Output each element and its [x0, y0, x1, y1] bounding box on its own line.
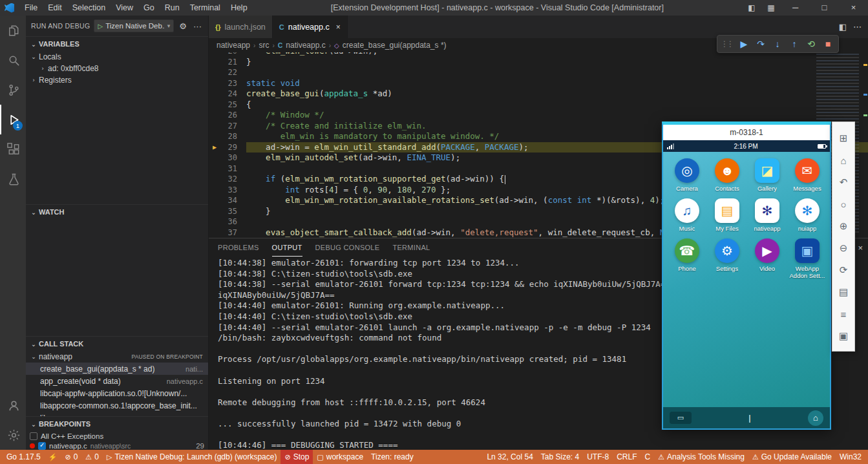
tab-nativeapp-c[interactable]: Cnativeapp.c× [273, 16, 348, 38]
activity-settings[interactable] [0, 420, 26, 450]
launch-settings-gear-icon[interactable]: ⚙ [178, 21, 188, 31]
status-problems[interactable]: ⊘0 [61, 450, 81, 464]
rotate-key-icon[interactable]: ⟳ [832, 259, 855, 281]
app-contacts[interactable]: ☻Contacts [707, 158, 747, 192]
shell-key-icon[interactable]: ▤ [832, 281, 855, 303]
status-go-update[interactable]: ⚠Go Update Available [748, 450, 836, 464]
activity-search[interactable] [0, 45, 26, 75]
activity-explorer[interactable] [0, 16, 26, 45]
panel-tab-problems[interactable]: PROBLEMS [218, 238, 259, 257]
back-key-icon[interactable]: ↶ [832, 171, 855, 193]
breakpoint-checkbox[interactable] [38, 442, 46, 450]
tab-close-icon[interactable]: × [336, 23, 341, 32]
call-stack-thread[interactable]: ⌄ nativeapp PAUSED ON BREAKPOINT [26, 351, 208, 363]
menu-edit[interactable]: Edit [43, 0, 67, 16]
gutter-36[interactable]: 36 [209, 216, 246, 227]
panel-tab-terminal[interactable]: TERMINAL [392, 238, 430, 257]
close-button[interactable]: × [839, 0, 868, 16]
breadcrumb-item[interactable]: nativeapp.c [286, 41, 325, 50]
gutter-27[interactable]: 27 [209, 121, 246, 132]
emulator-title[interactable]: m-0318-1 [663, 125, 830, 140]
step-over-button[interactable]: ↷ [753, 36, 768, 52]
app-camera[interactable]: ◎Camera [667, 158, 707, 192]
gutter-29[interactable]: ▶29 [209, 142, 246, 153]
watch-header[interactable]: ⌄ WATCH [26, 205, 208, 219]
app-my-files[interactable]: ▤My Files [707, 198, 747, 232]
menu-view[interactable]: View [111, 0, 138, 16]
code-line-21[interactable]: 21} [209, 57, 868, 68]
control-panel-key-icon[interactable]: ≡ [832, 303, 855, 325]
panel-tab-debug-console[interactable]: DEBUG CONSOLE [315, 238, 380, 257]
status-eol[interactable]: CRLF [613, 450, 640, 464]
gutter-31[interactable]: 31 [209, 163, 246, 174]
variables-header[interactable]: ⌄ VARIABLES [26, 37, 208, 51]
menu-terminal[interactable]: Terminal [185, 0, 226, 16]
stack-frame[interactable]: lib... [26, 412, 208, 416]
status-platform[interactable]: Win32 [836, 450, 865, 464]
activity-test[interactable] [0, 164, 26, 194]
app-phone[interactable]: ☎Phone [667, 238, 707, 279]
screenshot-key-icon[interactable]: ▣ [832, 325, 855, 347]
breadcrumb-item[interactable]: src [259, 41, 269, 50]
gutter-24[interactable]: 24 [209, 89, 246, 100]
activity-source-control[interactable] [0, 75, 26, 105]
status-warnings[interactable]: ⚠0 [81, 450, 103, 464]
volume-down-key-icon[interactable]: ⊖ [832, 237, 855, 259]
status-analysis-tools[interactable]: ⚠Analysis Tools Missing [654, 450, 748, 464]
breadcrumb-item[interactable]: nativeapp [217, 41, 250, 50]
volume-up-key-icon[interactable]: ⊕ [832, 215, 855, 237]
gutter-26[interactable]: 26 [209, 110, 246, 121]
variable-row[interactable]: ›Registers [26, 74, 208, 86]
gutter-21[interactable]: 21 [209, 57, 246, 68]
status-tizen-ready[interactable]: Tizen: ready [367, 450, 418, 464]
breakpoint-checkbox[interactable] [30, 432, 37, 440]
menu-help[interactable]: Help [226, 0, 253, 16]
minimize-button[interactable]: ─ [781, 0, 810, 16]
menu-file[interactable]: File [19, 0, 43, 16]
gutter-35[interactable]: 35 [209, 206, 246, 217]
multi-window-key-icon[interactable]: ⊞ [832, 127, 855, 149]
more-actions-icon[interactable]: ⋯ [853, 22, 862, 32]
activity-extensions[interactable] [0, 134, 26, 164]
breakpoint-row[interactable]: nativeapp.cnativeapp\src29 [26, 441, 208, 450]
toggle-panel-icon[interactable]: ◧ [742, 3, 761, 12]
stop-button[interactable]: ■ [820, 36, 836, 52]
gutter-30[interactable]: 30 [209, 153, 246, 163]
call-stack-header[interactable]: ⌄ CALL STACK [26, 337, 208, 351]
close-panel-icon[interactable]: × [858, 243, 863, 253]
status-go-version[interactable]: Go 1.17.5 [3, 450, 45, 464]
status-debug-config[interactable]: ▷Tizen Native Debug: Launch (gdb) (works… [103, 450, 281, 464]
activity-account[interactable] [0, 390, 26, 420]
panel-tab-output[interactable]: OUTPUT [272, 238, 302, 257]
app-settings[interactable]: ⚙Settings [707, 238, 747, 279]
stack-frame[interactable]: create_base_gui(appdata_s * ad)nati... [26, 363, 208, 375]
variable-row[interactable]: ⌄Locals [26, 51, 208, 63]
menu-run[interactable]: Run [160, 0, 185, 16]
home-key-icon[interactable]: ⌂ [832, 149, 855, 171]
step-into-button[interactable]: ↓ [770, 36, 785, 52]
variable-row[interactable]: ›ad: 0xbff0cde8 [26, 63, 208, 74]
activity-run-and-debug[interactable]: 1 [0, 105, 26, 134]
gutter-32[interactable]: 32 [209, 174, 246, 185]
restart-button[interactable]: ⟲ [803, 36, 819, 52]
breadcrumb-item[interactable]: create_base_gui(appdata_s *) [343, 41, 447, 50]
gutter-25[interactable]: 25 [209, 100, 246, 111]
stack-frame[interactable]: libcapi-appfw-application.so.0![Unknown/… [26, 387, 208, 399]
app-gallery[interactable]: ◪Gallery [747, 158, 787, 192]
power-key-icon[interactable]: ○ [832, 193, 855, 215]
gutter-23[interactable]: 23 [209, 78, 246, 89]
code-line-25[interactable]: 25{ [209, 100, 868, 111]
gutter-22[interactable]: 22 [209, 67, 246, 78]
code-line-26[interactable]: 26 /* Window */ [209, 110, 868, 121]
app-webapp-addon-sett-[interactable]: ▣WebApp Addon Sett... [787, 238, 827, 279]
breakpoint-row[interactable]: All C++ Exceptions [26, 431, 208, 441]
code-line-22[interactable]: 22 [209, 67, 868, 78]
app-video[interactable]: ▶Video [747, 238, 787, 279]
app-nuiapp[interactable]: ✻nuiapp [787, 198, 827, 232]
gutter-37[interactable]: 37 [209, 227, 246, 238]
stack-frame[interactable]: app_create(void * data)nativeapp.c [26, 375, 208, 387]
stack-frame[interactable]: libappcore-common.so.1!appcore_base_init… [26, 399, 208, 412]
status-workspace[interactable]: ▢workspace [313, 450, 367, 464]
emulator-home-button[interactable]: ⌂ [808, 410, 823, 426]
continue-button[interactable]: ▶ [736, 36, 752, 52]
